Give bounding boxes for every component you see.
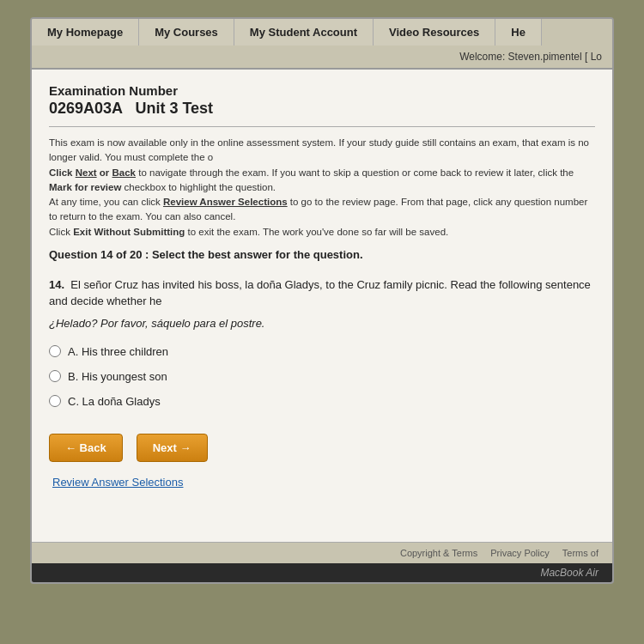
nav-welcome: Welcome: Steven.pimentel [ Lo [449,46,612,68]
instructions: This exam is now available only in the o… [49,136,595,240]
browser-window: My Homepage My Courses My Student Accoun… [30,17,614,584]
nav-homepage[interactable]: My Homepage [32,19,139,46]
spanish-sentence: ¿Helado? Por favor, sáquelo para el post… [49,317,595,330]
nav-bar-row1: My Homepage My Courses My Student Accoun… [32,19,612,70]
footer-privacy[interactable]: Privacy Policy [490,548,549,558]
nav-courses[interactable]: My Courses [139,19,234,46]
answer-option-a[interactable]: A. His three children [49,345,595,358]
question-progress: Question 14 of 20 : Select the best answ… [49,248,595,261]
divider [49,126,595,127]
nav-help[interactable]: He [495,19,542,46]
review-answer-link[interactable]: Review Answer Selections [52,476,183,489]
question-text: 14. El señor Cruz has invited his boss, … [49,276,595,310]
radio-b[interactable] [49,370,61,382]
answer-option-b[interactable]: B. His youngest son [49,370,595,383]
exam-content: Examination Number 0269A03A Unit 3 Test … [32,70,612,542]
radio-c[interactable] [49,395,61,407]
macbook-bar: MacBook Air [32,563,612,582]
back-button[interactable]: ← Back [49,434,123,462]
answer-option-c[interactable]: C. La doña Gladys [49,395,595,408]
review-link-container: Review Answer Selections [49,474,595,489]
buttons-row: ← Back Next → [49,434,595,462]
exam-title: 0269A03A Unit 3 Test [49,100,595,118]
exam-number-label: Examination Number [49,83,595,98]
footer-copyright[interactable]: Copyright & Terms [400,548,477,558]
footer: Copyright & Terms Privacy Policy Terms o… [32,542,612,563]
next-button[interactable]: Next → [137,434,208,462]
nav-video-resources[interactable]: Video Resources [374,19,495,46]
nav-student-account[interactable]: My Student Account [234,19,374,46]
footer-terms[interactable]: Terms of [562,548,598,558]
radio-a[interactable] [49,345,61,357]
